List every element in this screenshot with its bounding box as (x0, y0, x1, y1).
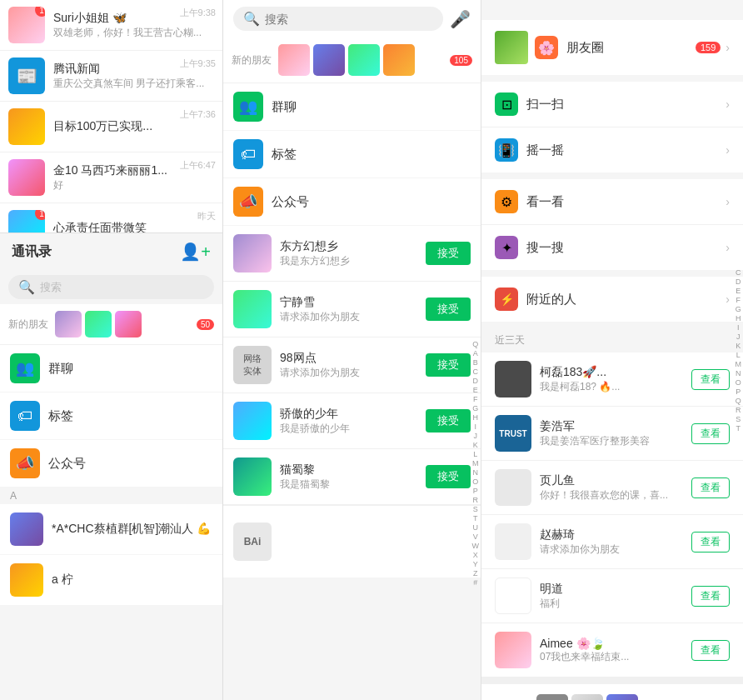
chat-avatar-suri: 1 (8, 7, 45, 43)
nf-avatar-p2-4 (383, 44, 415, 76)
accept-button-ningxue[interactable]: 接受 (426, 298, 471, 321)
fr-avatar-ningxue (233, 290, 272, 328)
contact-item-official[interactable]: 📣 公众号 (0, 440, 222, 488)
search-input[interactable] (265, 12, 433, 26)
accept-button-dongfang[interactable]: 接受 (426, 242, 471, 265)
view-btn-2[interactable]: 查看 (691, 423, 730, 444)
moments-item[interactable]: 🌸 朋友圈 159 › (481, 20, 743, 75)
moments-arrow: › (726, 41, 730, 54)
fr-name: 猫蜀黎 (280, 462, 417, 478)
sub-search-bar[interactable]: 🔍 搜索 (8, 275, 214, 299)
p4-new-friends-row[interactable]: 新的朋友 天天福 64 CDEFGHIJKLMNOPQRST (481, 688, 743, 700)
friend-req-dongfang[interactable]: 东方幻想乡 我是东方幻想乡 接受 (223, 226, 481, 282)
chat-avatar-tencent: 📰 (8, 58, 45, 94)
fr-content-proud: 骄傲的少年 我是骄傲的少年 (280, 407, 417, 436)
chat-item-smile[interactable]: 1 心承责任面带微笑 昨天 (0, 203, 222, 233)
tag-icon-p2: 🏷 (233, 139, 263, 169)
nearby-person-5[interactable]: 明道 福利 查看 (481, 569, 743, 623)
shake-label: 摇一摇 (526, 142, 726, 158)
fr-avatar-proud (233, 402, 272, 440)
nearby-person-6[interactable]: Aimee 🌸🍃 07我也来幸福结束... 查看 (481, 623, 743, 678)
chat-item-gold[interactable]: 金10 马西巧来丽丽1... 好 上午6:47 (0, 152, 222, 203)
chat-content: 目标100万已实现... (53, 119, 214, 134)
view-btn-4[interactable]: 查看 (691, 532, 730, 552)
special-contact-2[interactable]: a 柠 (0, 555, 222, 606)
contact-item-tag[interactable]: 🏷 标签 (0, 392, 222, 440)
nearby-item[interactable]: ⚡ 附近的人 › (481, 277, 743, 322)
nearby-person-4[interactable]: 赵赫琦 请求添加你为朋友 查看 (481, 515, 743, 569)
p4-nf-avatar-3 (606, 694, 638, 700)
group-icon-p2: 👥 (233, 92, 263, 122)
new-friends-row-p2[interactable]: 新的朋友 105 (223, 38, 481, 83)
chat-name: 目标100万已实现... (53, 119, 214, 134)
nf-avatar-p2-2 (313, 44, 345, 76)
fr-name: 骄傲的少年 (280, 407, 417, 422)
official-label: 公众号 (48, 456, 86, 472)
chat-msg: 好 (53, 178, 214, 192)
accept-button-cat[interactable]: 接受 (426, 465, 471, 488)
shake-item[interactable]: 📳 摇一摇 › (481, 128, 743, 172)
new-friends-label: 新的朋友 (8, 318, 48, 332)
fr-avatar-cat (233, 458, 272, 496)
scan-arrow: › (726, 98, 730, 111)
chat-msg: 双雄老师，你好！我王营古心糊... (53, 26, 214, 40)
fr-name: 98网点 (280, 351, 417, 366)
nearby-name-3: 页儿鱼 (540, 473, 683, 488)
chat-time: 上午9:38 (180, 7, 216, 19)
look-item[interactable]: ⚙ 看一看 › (481, 179, 743, 225)
view-btn-6[interactable]: 查看 (691, 640, 730, 661)
nearby-avatar-2: TRUST (495, 415, 531, 452)
contact-item-group[interactable]: 👥 群聊 (0, 345, 222, 392)
special-avatar-1 (10, 512, 43, 546)
new-friends-row[interactable]: 新的朋友 50 (0, 304, 222, 345)
view-btn-1[interactable]: 查看 (691, 369, 730, 390)
add-contact-icon[interactable]: 👤+ (180, 242, 211, 262)
chat-item-target[interactable]: 目标100万已实现... 上午7:36 (0, 102, 222, 152)
nf-avatar-1 (55, 311, 82, 338)
contact-item-group-p2[interactable]: 👥 群聊 (223, 83, 481, 131)
friend-req-98[interactable]: 网络实体 98网点 请求添加你为朋友 接受 (223, 338, 481, 393)
friend-req-cat[interactable]: 猫蜀黎 我是猫蜀黎 接受 (223, 449, 481, 505)
scan-item[interactable]: ⊡ 扫一扫 › (481, 82, 743, 128)
view-btn-5[interactable]: 查看 (691, 586, 730, 607)
bai-avatar: BAi (233, 522, 272, 561)
search-item[interactable]: ✦ 搜一搜 › (481, 225, 743, 270)
nearby-person-2[interactable]: TRUST 姜浩军 我是姜浩军医疗整形美容 查看 (481, 407, 743, 461)
friend-req-ningxue[interactable]: 宁静雪 请求添加你为朋友 接受 (223, 282, 481, 338)
nearby-name-4: 赵赫琦 (540, 528, 683, 542)
nearby-person-1[interactable]: 柯磊183🚀... 我是柯磊18? 🔥... 查看 (481, 352, 743, 407)
nearby-person-3[interactable]: 页儿鱼 你好！我很喜欢您的课，喜... 查看 (481, 461, 743, 515)
special-contact-1[interactable]: *A*CHC蔡植群[机智]潮汕人 💪 (0, 504, 222, 555)
accept-button-proud[interactable]: 接受 (426, 409, 471, 432)
view-btn-3[interactable]: 查看 (691, 478, 730, 498)
chat-item-suri[interactable]: 1 Suri小姐姐 🦋 双雄老师，你好！我王营古心糊... 上午9:38 (0, 0, 222, 51)
nearby-section: ⚡ 附近的人 › (481, 277, 743, 322)
moments-badge: 159 (696, 42, 721, 53)
chat-item-tencent[interactable]: 📰 腾讯新闻 重庆公交真煞车间 男子还打乘客... 上午9:35 (0, 51, 222, 102)
contact-item-official-p2[interactable]: 📣 公众号 (223, 178, 481, 226)
nearby-content-5: 明道 福利 (540, 582, 683, 611)
discover-header (481, 0, 743, 20)
fr-msg: 我是东方幻想乡 (280, 254, 417, 268)
new-friends-label: 新的朋友 (232, 53, 272, 68)
shake-arrow: › (726, 143, 730, 157)
panel-contacts: 🔍 🎤 新的朋友 105 👥 群聊 🏷 标签 📣 (223, 0, 481, 700)
special-name-2: a 柠 (52, 572, 73, 588)
accept-button-98[interactable]: 接受 (426, 353, 471, 377)
new-friends-badge: 50 (197, 319, 214, 330)
p4-new-friends-avatars: 天天福 (536, 694, 638, 700)
new-friends-avatars (55, 311, 142, 338)
app-container: 1 Suri小姐姐 🦋 双雄老师，你好！我王营古心糊... 上午9:38 📰 腾… (0, 0, 743, 700)
nearby-content-6: Aimee 🌸🍃 07我也来幸福结束... (540, 637, 683, 664)
fr-msg: 我是骄傲的少年 (280, 422, 417, 436)
chat-msg: 重庆公交真煞车间 男子还打乘客... (53, 77, 214, 91)
moments-icon: 🌸 (535, 36, 558, 59)
contact-item-tag-p2[interactable]: 🏷 标签 (223, 131, 481, 178)
search-input-wrap[interactable]: 🔍 (233, 7, 443, 31)
friend-req-proud[interactable]: 骄傲的少年 我是骄傲的少年 接受 (223, 393, 481, 449)
chat-content: 心承责任面带微笑 (53, 221, 214, 233)
mic-icon[interactable]: 🎤 (450, 9, 471, 29)
moments-thumb (495, 31, 528, 64)
nearby-avatar-5 (495, 578, 531, 614)
chat-avatar-gold (8, 159, 45, 196)
